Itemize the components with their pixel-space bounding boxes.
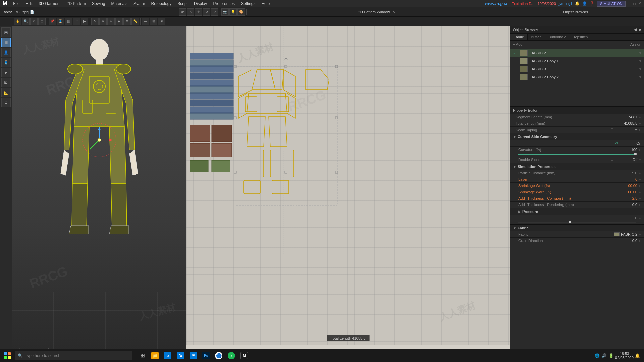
taskbar-app-marvelous[interactable]: M (238, 350, 250, 362)
fabric-item-3[interactable]: ✓ FABRIC 2 Copy 2 ⚙ (510, 73, 644, 81)
sidebar-pattern[interactable]: ▦ (1, 38, 11, 47)
curvature-slider[interactable] (518, 154, 636, 155)
fabric-edit-icon-1[interactable]: ⚙ (638, 59, 641, 63)
addl-thick-col-value[interactable]: 2.5 (614, 196, 637, 200)
window-minimize[interactable]: ─ (628, 2, 631, 6)
seam-taping-checkbox[interactable]: ☐ (610, 128, 614, 132)
sidebar-measure[interactable]: 📐 (1, 88, 11, 97)
tool-scale[interactable]: ⤢ (211, 8, 218, 16)
taskbar-app-explorer[interactable]: 📁 (149, 350, 161, 362)
tool-wrinkle[interactable]: 〰 (73, 18, 80, 25)
tool-fit[interactable]: ⊡ (38, 18, 46, 25)
sidebar-sewing[interactable]: 🧵 (1, 58, 11, 67)
menu-sewing[interactable]: Sewing (89, 1, 108, 7)
fabric-section-header[interactable]: ▼ Fabric (510, 225, 644, 231)
notification-icon[interactable]: 🔔 (575, 1, 580, 6)
taskbar-app-taskview[interactable]: ⊞ (136, 350, 148, 362)
fabric-item-2[interactable]: ✓ FABRIC 3 ⚙ (510, 65, 644, 73)
shrinkage-weft-reset[interactable]: ↩ (639, 184, 641, 188)
pressure-slider[interactable] (518, 222, 636, 223)
pattern-window-close[interactable]: ✕ (392, 10, 395, 14)
tool-needle[interactable]: 🧵 (57, 18, 64, 25)
menu-2dpattern[interactable]: 2D Pattern (64, 1, 89, 7)
tool-2d-stitch[interactable]: ⊕ (123, 18, 131, 25)
curvature-value[interactable]: 100 (614, 148, 637, 152)
taskbar-app-spotify[interactable]: ♪ (225, 350, 237, 362)
tool-fabric2[interactable]: ▦ (65, 18, 72, 25)
menu-avatar[interactable]: Avatar (131, 1, 148, 7)
taskbar-search[interactable]: 🔍 Type here to search (15, 351, 132, 360)
tool-orbit[interactable]: ⟲ (30, 18, 38, 25)
sidebar-avatar[interactable]: 👤 (1, 48, 11, 57)
tool-2d-measure[interactable]: 📏 (131, 18, 139, 25)
menu-retopology[interactable]: Retopology (149, 1, 174, 7)
taskbar-app-store[interactable]: 🛍 (174, 350, 186, 362)
window-maximize[interactable]: □ (633, 2, 636, 6)
tool-move[interactable]: ✛ (195, 8, 202, 16)
taskbar-app-edge[interactable]: e (162, 350, 174, 362)
tool-2d-grid[interactable]: ⊞ (150, 18, 157, 25)
tool-light[interactable]: 💡 (229, 8, 237, 16)
tool-2d-line[interactable]: — (142, 18, 149, 25)
user-icon[interactable]: 👤 (582, 1, 587, 6)
pressure-value[interactable]: 0 (614, 216, 637, 220)
tool-2d-cut[interactable]: ✂ (107, 18, 115, 25)
menu-file[interactable]: File (10, 1, 22, 7)
menu-help[interactable]: Help (259, 1, 272, 7)
tool-rotate[interactable]: ↺ (203, 8, 210, 16)
add-button[interactable]: + Add (513, 42, 522, 46)
network-icon[interactable]: 🌐 (595, 353, 600, 358)
fabric-val-reset[interactable]: ↩ (639, 233, 641, 236)
curved-side-header[interactable]: ▼ Curved Side Geometry (510, 133, 644, 140)
tab-buttonhole[interactable]: Buttonhole (545, 34, 570, 40)
fabric-item-0[interactable]: ✓ FABRIC 2 ⚙ (510, 49, 644, 57)
curvature-reset[interactable]: ↩ (639, 148, 641, 152)
tool-transform[interactable]: ⟳ (179, 8, 186, 16)
sidebar-3d-view[interactable]: 🎮 (1, 27, 11, 37)
tab-button[interactable]: Button (528, 34, 545, 40)
menu-edit[interactable]: Edit (23, 1, 36, 7)
fabric-edit-icon-2[interactable]: ⚙ (638, 67, 641, 71)
shrinkage-weft-value[interactable]: 100.00 (614, 184, 637, 188)
tool-2d-select[interactable]: ↖ (91, 18, 99, 25)
addl-thick-col-reset[interactable]: ↩ (639, 197, 641, 200)
tool-material[interactable]: 🎨 (237, 8, 245, 16)
help-icon[interactable]: ❓ (590, 1, 594, 6)
grain-direction-reset[interactable]: ↩ (639, 239, 641, 243)
shrinkage-warp-reset[interactable]: ↩ (639, 190, 641, 194)
fabric-edit-icon-3[interactable]: ⚙ (638, 75, 641, 79)
shrinkage-warp-value[interactable]: 100.00 (614, 190, 637, 194)
sidebar-settings2[interactable]: ⚙ (1, 98, 11, 107)
volume-icon[interactable]: 🔊 (602, 353, 607, 358)
collapse-icon[interactable]: ◀ (634, 27, 637, 32)
tool-sim[interactable]: ▶ (81, 18, 88, 25)
tool-2d-snap[interactable]: ⊗ (158, 18, 165, 25)
pressure-header[interactable]: ▶ Pressure (510, 208, 644, 215)
tool-2d-dart[interactable]: ◈ (115, 18, 123, 25)
particle-dist-reset[interactable]: ↩ (639, 171, 641, 175)
menu-display[interactable]: Display (191, 1, 210, 7)
grain-direction-value[interactable]: 0.0 (614, 239, 637, 243)
window-close[interactable]: ✕ (638, 1, 641, 6)
taskbar-app-chrome[interactable]: 🔵 (213, 350, 225, 362)
double-sided-reset[interactable]: ↩ (639, 158, 641, 161)
assign-button[interactable]: Assign (630, 42, 641, 46)
tool-camera[interactable]: 📷 (221, 8, 229, 16)
double-sided-checkbox[interactable]: ☐ (610, 157, 614, 162)
fabric-item-1[interactable]: ✓ FABRIC 2 Copy 1 ⚙ (510, 57, 644, 65)
layer-reset[interactable]: ↩ (639, 178, 641, 181)
sidebar-simulation[interactable]: ▶ (1, 68, 11, 77)
segment-length-value[interactable]: 74.87 (614, 115, 637, 119)
tool-pin[interactable]: 📌 (49, 18, 56, 25)
seam-taping-reset[interactable]: ↩ (639, 128, 641, 132)
menu-preferences[interactable]: Preferences (210, 1, 237, 7)
menu-script[interactable]: Script (175, 1, 191, 7)
sim-props-header[interactable]: ▼ Simulation Properties (510, 163, 644, 170)
simulation-button[interactable]: SIMULATION (597, 1, 625, 7)
addl-thick-ren-reset[interactable]: ↩ (639, 203, 641, 207)
curved-side-checkbox[interactable]: ☑ (614, 141, 618, 145)
pressure-reset[interactable]: ↩ (639, 216, 641, 220)
layer-value[interactable]: 0 (614, 177, 637, 181)
segment-length-reset[interactable]: ↩ (639, 115, 641, 119)
tab-fabric[interactable]: Fabric (510, 34, 528, 40)
